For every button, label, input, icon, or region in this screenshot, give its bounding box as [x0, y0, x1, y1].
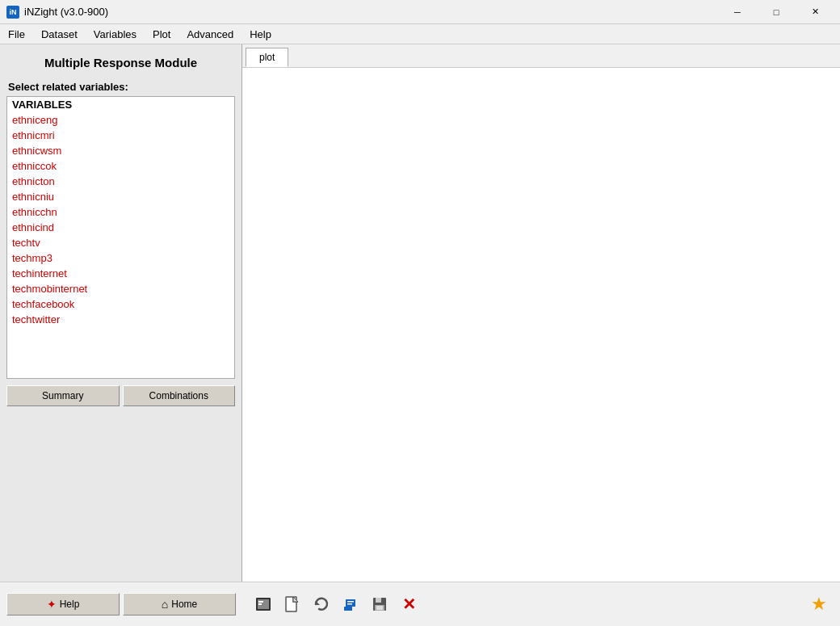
help-icon: ✦ — [47, 598, 57, 611]
right-panel: plot — [242, 44, 840, 626]
svg-rect-10 — [347, 603, 352, 605]
home-button[interactable]: ⌂ Home — [123, 593, 236, 615]
window-controls: ─ □ ✕ — [719, 0, 834, 24]
list-item[interactable]: techtv — [7, 235, 234, 250]
home-icon: ⌂ — [162, 598, 168, 611]
app-icon: iN — [6, 6, 19, 19]
list-item[interactable]: ethnicmri — [7, 128, 234, 143]
menu-dataset[interactable]: Dataset — [33, 26, 86, 43]
variables-list-container: VARIABLES ethnicengethnicmriethnicwsmeth… — [6, 96, 235, 379]
svg-rect-14 — [376, 606, 383, 610]
svg-rect-7 — [344, 607, 352, 611]
menu-advanced[interactable]: Advanced — [178, 26, 242, 43]
variables-list-header: VARIABLES — [7, 97, 234, 112]
svg-rect-9 — [347, 601, 354, 603]
list-item[interactable]: ethniccok — [7, 158, 234, 174]
plot-tabs: plot — [242, 44, 840, 68]
code-icon[interactable] — [252, 593, 275, 615]
menu-file[interactable]: File — [0, 26, 33, 43]
list-item[interactable]: techmobinternet — [7, 281, 234, 296]
bottom-left-buttons: ✦ Help ⌂ Home — [0, 593, 242, 615]
star-icon[interactable]: ★ — [808, 593, 830, 615]
plot-area — [242, 68, 840, 626]
plot-tab[interactable]: plot — [246, 48, 288, 67]
bottom-right-area: ✕ ★ — [242, 593, 840, 615]
minimize-button[interactable]: ─ — [719, 0, 756, 24]
main-layout: Multiple Response Module Select related … — [0, 44, 840, 626]
svg-rect-3 — [258, 603, 262, 605]
list-item[interactable]: ethnicchn — [7, 204, 234, 220]
action-buttons-row: Summary Combinations — [0, 379, 242, 413]
list-item[interactable]: ethnicniu — [7, 189, 234, 204]
list-item[interactable]: techfacebook — [7, 296, 234, 312]
save-icon[interactable] — [368, 593, 391, 615]
svg-rect-2 — [258, 601, 263, 603]
refresh-icon[interactable] — [310, 593, 333, 615]
list-item[interactable]: ethnicwsm — [7, 143, 234, 158]
menu-help[interactable]: Help — [242, 26, 279, 43]
list-item[interactable]: ethnicton — [7, 174, 234, 189]
bottom-toolbar: ✦ Help ⌂ Home — [0, 582, 840, 626]
svg-rect-8 — [346, 599, 355, 607]
titlebar: iN iNZight (v3.0-900) ─ □ ✕ — [0, 0, 840, 24]
left-panel: Multiple Response Module Select related … — [0, 44, 242, 626]
select-variables-label: Select related variables: — [0, 78, 242, 96]
toolbar-icons: ✕ — [252, 593, 420, 615]
combinations-button[interactable]: Combinations — [123, 385, 236, 406]
list-item[interactable]: techmp3 — [7, 250, 234, 266]
menu-plot[interactable]: Plot — [145, 26, 178, 43]
maximize-button[interactable]: □ — [758, 0, 795, 24]
list-item[interactable]: ethnicind — [7, 220, 234, 235]
menubar: File Dataset Variables Plot Advanced Hel… — [0, 24, 840, 44]
close-button[interactable]: ✕ — [796, 0, 834, 24]
new-doc-icon[interactable] — [281, 593, 304, 615]
list-item[interactable]: ethniceng — [7, 112, 234, 128]
list-item[interactable]: techinternet — [7, 266, 234, 281]
module-title: Multiple Response Module — [0, 44, 242, 78]
svg-marker-6 — [316, 601, 320, 605]
menu-variables[interactable]: Variables — [86, 26, 145, 43]
svg-rect-12 — [376, 598, 381, 603]
list-item[interactable]: techtwitter — [7, 312, 234, 327]
edit-icon[interactable] — [339, 593, 362, 615]
cancel-icon[interactable]: ✕ — [397, 593, 420, 615]
summary-button[interactable]: Summary — [6, 385, 120, 406]
window-title: iNZight (v3.0-900) — [24, 6, 108, 18]
variables-list[interactable]: VARIABLES ethnicengethnicmriethnicwsmeth… — [7, 97, 234, 378]
help-button[interactable]: ✦ Help — [6, 593, 120, 615]
